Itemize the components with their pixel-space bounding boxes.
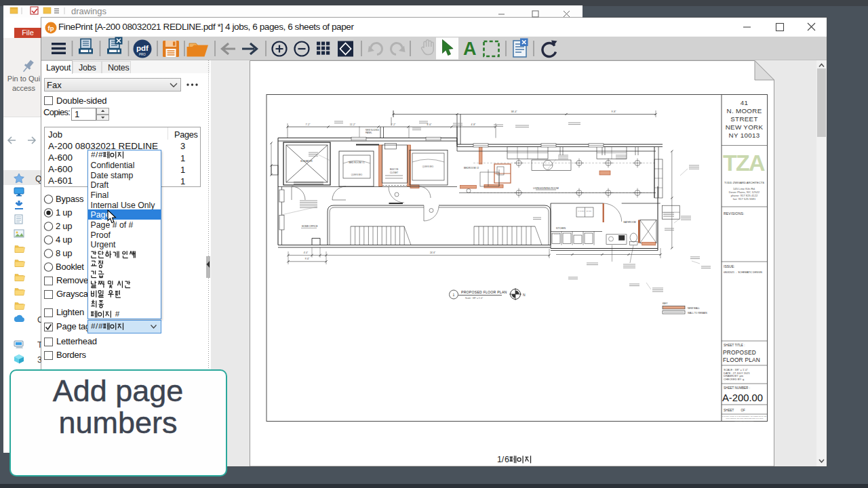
svg-text:HOME OFFICE: HOME OFFICE: [302, 225, 318, 228]
svg-text:N: N: [523, 293, 526, 297]
svg-text:N. MOORE: N. MOORE: [727, 107, 762, 115]
svg-text:ELEVATOR: ELEVATOR: [300, 160, 313, 163]
svg-text:PANEL: PANEL: [366, 131, 372, 134]
svg-text:QUEEN BED: QUEEN BED: [422, 165, 433, 168]
svg-text:6: 6: [505, 455, 509, 464]
svg-text:BATHROOM: BATHROOM: [624, 221, 637, 224]
svg-text:SHEET NUMBER :: SHEET NUMBER :: [724, 386, 750, 390]
svg-text:#: #: [98, 150, 103, 159]
svg-text:KITCHEN: KITCHEN: [556, 227, 566, 230]
svg-text:fax: 917 525 5581: fax: 917 525 5581: [733, 197, 756, 201]
svg-text:NEW YORK: NEW YORK: [726, 123, 764, 131]
svg-text:NEW WALL: NEW WALL: [688, 307, 700, 310]
svg-text:9'-6": 9'-6": [305, 258, 309, 260]
svg-text:ISSUE:: ISSUE:: [724, 264, 734, 268]
svg-text:BUILT-IN: BUILT-IN: [390, 168, 398, 171]
svg-text:CLOSET: CLOSET: [390, 171, 398, 174]
svg-text:2'-2": 2'-2": [391, 123, 397, 126]
svg-text:#: #: [91, 150, 96, 159]
svg-text:PROPOSED FLOOR PLAN: PROPOSED FLOOR PLAN: [461, 290, 507, 294]
svg-text:TZA: TZA: [723, 150, 765, 176]
svg-text:QUEEN BED: QUEEN BED: [351, 174, 362, 176]
svg-text:fp: fp: [48, 24, 54, 32]
svg-text:CHECKED BY: g: CHECKED BY: g: [724, 378, 744, 381]
svg-text:38'-4": 38'-4": [511, 110, 517, 113]
svg-text:WASHER: WASHER: [578, 210, 585, 211]
svg-text:7'-2": 7'-2": [306, 123, 311, 126]
svg-text:8'-6": 8'-6": [427, 123, 433, 126]
svg-text:WALL TO REMAIN: WALL TO REMAIN: [688, 312, 707, 314]
svg-text:#: #: [98, 322, 103, 331]
svg-text:SHEET OF: SHEET OF: [724, 409, 745, 412]
svg-text:SHEET TITLE :: SHEET TITLE :: [724, 344, 745, 347]
svg-text:BEDROOM #2: BEDROOM #2: [464, 167, 479, 169]
svg-text:CABINETS: CABINETS: [552, 233, 559, 235]
svg-text:A-200.00: A-200.00: [722, 392, 763, 403]
svg-text:BED ROOM #1: BED ROOM #1: [349, 161, 364, 164]
svg-text:FLOOR PLAN: FLOOR PLAN: [723, 357, 760, 363]
svg-text:NY 10013: NY 10013: [729, 131, 760, 139]
svg-text:REVISIONS:: REVISIONS:: [724, 211, 745, 216]
svg-text:41: 41: [741, 99, 749, 106]
svg-text:08032021 - SCHEMATIC DESIGN: 08032021 - SCHEMATIC DESIGN: [724, 271, 762, 274]
svg-text:#: #: [91, 322, 96, 331]
svg-text:PRO: PRO: [139, 53, 146, 56]
svg-text:4'-8": 4'-8": [471, 123, 477, 126]
svg-text:KEY: KEY: [663, 302, 668, 305]
svg-text:4'-0": 4'-0": [304, 251, 308, 254]
svg-text:PROPOSED: PROPOSED: [723, 349, 756, 356]
svg-text:DRYER: DRYER: [587, 210, 592, 211]
svg-text:STREET: STREET: [730, 115, 757, 123]
svg-text:drawings: drawings: [71, 6, 107, 16]
svg-text:#: #: [115, 310, 119, 319]
svg-text:9'-8": 9'-8": [611, 110, 616, 113]
svg-text:Scale : 3/8" = 1'-0": Scale : 3/8" = 1'-0": [465, 297, 483, 300]
svg-text:LIVING/DINING ROOM: LIVING/DINING ROOM: [533, 187, 559, 190]
svg-text:1: 1: [453, 293, 455, 297]
svg-text:TODD ZWIGARD ARCHITECTS: TODD ZWIGARD ARCHITECTS: [724, 181, 764, 184]
svg-text:WRITTEN PERMISSION.: WRITTEN PERMISSION.: [734, 420, 754, 422]
svg-text:11'-2": 11'-2": [350, 123, 356, 126]
svg-text:pdf: pdf: [136, 44, 149, 52]
svg-text:A: A: [463, 39, 477, 59]
svg-text:24'-6": 24'-6": [430, 251, 435, 254]
